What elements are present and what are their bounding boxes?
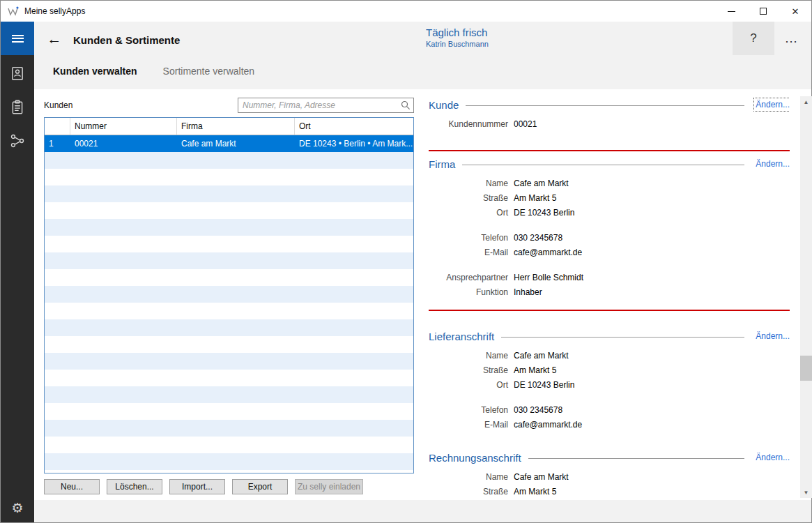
field-label: Ort: [429, 206, 514, 220]
change-link-lieferanschrift[interactable]: Ändern...: [756, 331, 790, 341]
detail-panel: KundeÄndern...Kundennummer00021FirmaÄnde…: [429, 92, 790, 498]
tab-sortimente-verwalten[interactable]: Sortimente verwalten: [163, 66, 255, 77]
field-row: NameCafe am Markt: [429, 176, 790, 191]
clipboard-icon: [10, 100, 25, 115]
minimize-button[interactable]: [715, 1, 747, 22]
field-row: OrtDE 10243 Berlin: [429, 206, 790, 220]
sidebar-item-customers[interactable]: [1, 63, 34, 84]
field-value: DE 10243 Berlin: [514, 206, 574, 220]
field-row: StraßeAm Markt 5: [429, 363, 790, 378]
field-row: OrtDE 10243 Berlin: [429, 378, 790, 393]
empty-row[interactable]: [45, 370, 413, 386]
maximize-icon: [760, 8, 767, 15]
search-box: [238, 98, 414, 113]
field-label: Kundennummer: [429, 117, 514, 132]
empty-row[interactable]: [45, 453, 413, 470]
delete-button[interactable]: Löschen...: [107, 479, 162, 494]
field-value: 00021: [514, 117, 537, 132]
change-link-rechnungsanschrift[interactable]: Ändern...: [756, 453, 790, 462]
hamburger-icon: [12, 33, 24, 44]
cell-index: 1: [45, 135, 70, 152]
column-header-nummer[interactable]: Nummer: [70, 118, 177, 135]
settings-button[interactable]: ⚙: [1, 497, 34, 518]
table-row[interactable]: 100021Cafe am MarktDE 10243 • Berlin • A…: [45, 135, 413, 152]
scroll-thumb[interactable]: [800, 356, 812, 381]
close-icon: ✕: [792, 7, 799, 16]
empty-row[interactable]: [45, 319, 413, 336]
field-value: DE 10243 Berlin: [514, 378, 574, 393]
empty-row[interactable]: [45, 420, 413, 437]
section-divider: [528, 458, 745, 459]
empty-row[interactable]: [45, 336, 413, 353]
field-label: Telefon: [429, 403, 514, 418]
change-link-kunde[interactable]: Ändern...: [756, 100, 790, 109]
more-button[interactable]: …: [776, 22, 806, 55]
maximize-button[interactable]: [747, 1, 779, 22]
section-rechnungsanschrift: RechnungsanschriftÄndern...NameCafe am M…: [429, 450, 790, 498]
field-value: cafe@ammarkt.de: [514, 245, 582, 260]
empty-row[interactable]: [45, 219, 413, 236]
field-row: Kundennummer00021: [429, 117, 790, 132]
section-title: Lieferanschrift: [429, 331, 494, 342]
field-value: Am Markt 5: [514, 363, 556, 378]
empty-row[interactable]: [45, 169, 413, 185]
export-button[interactable]: Export: [232, 479, 288, 494]
empty-row[interactable]: [45, 236, 413, 252]
scroll-down-icon[interactable]: ▼: [800, 487, 812, 498]
empty-row[interactable]: [45, 386, 413, 403]
section-header: FirmaÄndern...: [429, 157, 790, 171]
field-label: Telefon: [429, 231, 514, 245]
share-network-icon: [10, 133, 25, 149]
ellipsis-icon: …: [785, 31, 798, 46]
field-value: Herr Bolle Schmidt: [514, 271, 583, 285]
footer-bar: [34, 500, 811, 522]
empty-row[interactable]: [45, 185, 413, 202]
field-value: Cafe am Markt: [514, 470, 569, 485]
field-row: StraßeAm Markt 5: [429, 191, 790, 206]
vertical-scrollbar[interactable]: ▲ ▼: [800, 96, 812, 498]
empty-row[interactable]: [45, 353, 413, 370]
sidebar-item-share[interactable]: [1, 130, 34, 151]
field-gap: [429, 260, 790, 271]
empty-row[interactable]: [45, 269, 413, 286]
field-value: 030 2345678: [514, 231, 562, 245]
field-label: Name: [429, 349, 514, 363]
field-row: AnsprechpartnerHerr Bolle Schmidt: [429, 271, 790, 285]
empty-row[interactable]: [45, 437, 413, 453]
field-gap: [429, 220, 790, 231]
column-header-firma[interactable]: Firma: [177, 118, 295, 135]
field-row: NameCafe am Markt: [429, 470, 790, 485]
close-button[interactable]: ✕: [779, 1, 811, 22]
account-info[interactable]: Täglich frisch Katrin Buschmann: [426, 26, 489, 48]
column-header-rowselector[interactable]: [45, 118, 70, 135]
page-header: ← Kunden & Sortimente Täglich frisch Kat…: [34, 22, 811, 89]
tab-bar: Kunden verwalten Sortimente verwalten: [53, 66, 254, 77]
scroll-up-icon[interactable]: ▲: [800, 96, 812, 107]
tab-kunden-verwalten[interactable]: Kunden verwalten: [53, 66, 137, 77]
empty-row[interactable]: [45, 252, 413, 269]
section-divider: [466, 105, 744, 106]
empty-row[interactable]: [45, 403, 413, 420]
column-header-ort[interactable]: Ort: [295, 118, 413, 135]
section-kunde: KundeÄndern...Kundennummer00021: [429, 98, 790, 132]
field-label: Ansprechpartner: [429, 271, 514, 285]
empty-row[interactable]: [45, 303, 413, 319]
empty-row[interactable]: [45, 152, 413, 169]
empty-row[interactable]: [45, 286, 413, 303]
user-name: Katrin Buschmann: [426, 40, 489, 48]
menu-button[interactable]: [1, 22, 34, 55]
field-label: Name: [429, 176, 514, 191]
sidebar: ⚙: [1, 22, 34, 522]
section-title: Firma: [429, 158, 455, 170]
search-input[interactable]: [238, 98, 414, 113]
help-button[interactable]: ?: [733, 22, 774, 55]
list-title: Kunden: [44, 100, 72, 110]
import-button[interactable]: Import...: [169, 479, 225, 494]
back-arrow-icon: ←: [47, 31, 62, 47]
field-row: StraßeAm Markt 5: [429, 485, 790, 498]
sidebar-item-orders[interactable]: [1, 97, 34, 118]
back-button[interactable]: ←: [43, 27, 66, 51]
empty-row[interactable]: [45, 202, 413, 219]
change-link-firma[interactable]: Ändern...: [756, 159, 790, 169]
new-button[interactable]: Neu...: [44, 479, 100, 494]
